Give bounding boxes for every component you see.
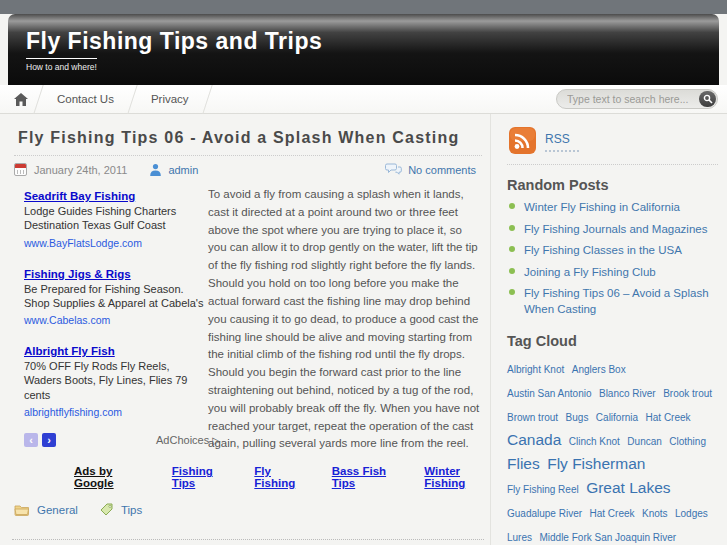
calendar-icon (14, 163, 27, 176)
tag-cloud-item[interactable]: Brook trout (663, 388, 712, 399)
random-posts-title: Random Posts (507, 177, 718, 193)
ads-by-google-label: Ads by Google (74, 465, 140, 489)
bullet-icon (509, 225, 515, 231)
tag-cloud-item[interactable]: Brown trout (507, 412, 558, 423)
main-column: Fly Fishing Tips 06 - Avoid a Splash Whe… (0, 114, 490, 545)
tag-cloud-item[interactable]: Lures (507, 532, 532, 543)
ad-url-link[interactable]: www.Cabelas.com (24, 314, 110, 326)
nav-item-contact-us[interactable]: Contact Us (39, 85, 132, 113)
page-content: Fly Fishing Tips 06 - Avoid a Splash Whe… (0, 114, 727, 545)
sidebar: RSS Random Posts Winter Fly Fishing in C… (490, 114, 727, 545)
browser-top-strip (0, 0, 727, 14)
google-ads-column: Seadrift Bay FishingLodge Guides Fishing… (12, 186, 208, 453)
ad-description: Be Prepared for Fishing Season. Shop Sup… (24, 282, 204, 311)
post-date: January 24th, 2011 (34, 164, 127, 176)
tag-cloud-item[interactable]: Hat Creek (590, 508, 635, 519)
random-post-item-link[interactable]: Winter Fly Fishing in California (524, 200, 680, 216)
ad-title-link[interactable]: Fishing Jigs & Rigs (24, 268, 131, 280)
post-text: To avoid a fly from causing a splash whe… (208, 186, 484, 453)
ad-next-button[interactable]: › (42, 433, 56, 447)
ad-title-link[interactable]: Albright Fly Fish (24, 345, 115, 357)
tag-cloud-item[interactable]: Guadalupe River (507, 508, 582, 519)
tag-icon (100, 503, 114, 516)
tag-cloud-title: Tag Cloud (507, 333, 718, 349)
tag-cloud-item[interactable]: Great Lakes (586, 479, 670, 496)
tag-cloud-item[interactable]: Fly Fishing Reel (507, 484, 579, 495)
tag-cloud-item[interactable]: Bugs (566, 412, 589, 423)
random-post-item: Winter Fly Fishing in California (507, 200, 718, 216)
ad-description: Lodge Guides Fishing Charters Destinatio… (24, 204, 204, 233)
post-title: Fly Fishing Tips 06 - Avoid a Splash Whe… (18, 129, 484, 147)
tag-cloud-item[interactable]: Blanco River (599, 388, 656, 399)
site-header: Fly Fishing Tips and Trips How to and wh… (8, 14, 719, 85)
comments-link[interactable]: No comments (408, 164, 476, 176)
google-ad: Fishing Jigs & RigsBe Prepared for Fishi… (24, 264, 208, 329)
ad-pager: ‹ › AdChoices ▷ (24, 433, 220, 447)
tag-cloud-item[interactable]: Lodges (675, 508, 708, 519)
home-icon (14, 93, 28, 106)
ad-footer-link-fishing-tips[interactable]: Fishing Tips (172, 465, 223, 489)
title-divider (14, 155, 482, 156)
article-body: Seadrift Bay FishingLodge Guides Fishing… (12, 186, 484, 453)
bullet-icon (509, 203, 515, 209)
main-navigation: Contact UsPrivacy (0, 85, 727, 114)
nav-item-privacy[interactable]: Privacy (133, 85, 207, 113)
ad-footer-link-winter-fishing[interactable]: Winter Fishing (424, 465, 484, 489)
tag-cloud-item[interactable]: Middle Fork San Joaquin River (539, 532, 676, 543)
tag-cloud-item[interactable]: Clothing (669, 436, 706, 447)
tag-cloud-item[interactable]: California (596, 412, 638, 423)
ad-url-link[interactable]: www.BayFlatsLodge.com (24, 237, 142, 249)
tag-cloud-item[interactable]: Knots (642, 508, 668, 519)
user-icon (149, 163, 162, 176)
ads-by-google-row: Ads by Google Fishing TipsFly FishingBas… (74, 465, 484, 489)
google-ad: Albright Fly Fish70% OFF Fly Rods Fly Re… (24, 341, 208, 420)
comments-icon (385, 163, 402, 176)
tag-cloud-item[interactable]: Hat Creek (646, 412, 691, 423)
bullet-icon (509, 246, 515, 252)
search-icon (703, 94, 713, 104)
random-post-item: Fly Fishing Classes in the USA (507, 243, 718, 259)
search-box (556, 89, 718, 109)
search-input[interactable] (556, 89, 718, 109)
post-meta: January 24th, 2011 admin No comments (14, 163, 484, 176)
ad-title-link[interactable]: Seadrift Bay Fishing (24, 190, 135, 202)
ad-description: 70% OFF Fly Rods Fly Reels, Waders Boots… (24, 359, 204, 402)
tag-cloud-item[interactable]: Flies (507, 455, 540, 472)
search-button[interactable] (699, 91, 716, 107)
random-post-item-link[interactable]: Fly Fishing Classes in the USA (524, 243, 682, 259)
tag-cloud-item[interactable]: Albright Knot (507, 364, 564, 375)
site-title: Fly Fishing Tips and Trips (26, 28, 719, 56)
ad-footer-link-fly-fishing[interactable]: Fly Fishing (254, 465, 299, 489)
random-post-item-link[interactable]: Joining a Fly Fishing Club (524, 265, 656, 281)
random-post-item-link[interactable]: Fly Fishing Tips 06 – Avoid a Splash Whe… (524, 286, 718, 317)
post-taxonomy: General Tips (14, 503, 484, 516)
random-post-item: Fly Fishing Journals and Magazines (507, 222, 718, 238)
tag-cloud-item[interactable]: Canada (507, 431, 561, 448)
random-post-item: Joining a Fly Fishing Club (507, 265, 718, 281)
rss-subtext-decoration (545, 150, 579, 152)
random-post-item-link[interactable]: Fly Fishing Journals and Magazines (524, 222, 707, 238)
tag-cloud-item[interactable]: Anglers Box (572, 364, 626, 375)
post-author-link[interactable]: admin (168, 164, 198, 176)
ad-footer-link-bass-fish-tips[interactable]: Bass Fish Tips (332, 465, 393, 489)
tag-cloud-item[interactable]: Fly Fisherman (547, 455, 645, 472)
ad-prev-button[interactable]: ‹ (24, 433, 38, 447)
bullet-icon (509, 289, 515, 295)
random-post-item: Fly Fishing Tips 06 – Avoid a Splash Whe… (507, 286, 718, 317)
bullet-icon (509, 268, 515, 274)
google-ad: Seadrift Bay FishingLodge Guides Fishing… (24, 186, 208, 251)
sidebar-divider (507, 164, 718, 165)
tag-cloud-item[interactable]: Austin San Antonio (507, 388, 592, 399)
post-divider (12, 539, 484, 540)
category-link-general[interactable]: General (37, 504, 78, 516)
rss-link[interactable]: RSS (545, 132, 570, 146)
rss-icon[interactable] (509, 127, 536, 154)
folder-icon (14, 504, 30, 516)
tag-cloud-item[interactable]: Clinch Knot (569, 436, 620, 447)
tag-cloud-item[interactable]: Duncan (627, 436, 661, 447)
ad-url-link[interactable]: albrightflyfishing.com (24, 406, 122, 418)
site-tagline: How to and where! (26, 58, 97, 72)
tag-link-tips[interactable]: Tips (121, 504, 142, 516)
rss-widget: RSS (507, 124, 718, 164)
